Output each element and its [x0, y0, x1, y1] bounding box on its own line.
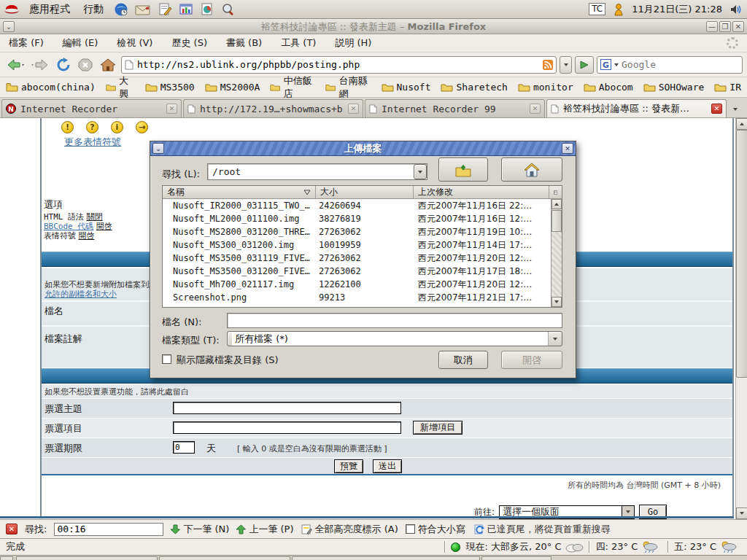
taskbar-button[interactable]: [159, 556, 290, 560]
forecastfox-status-icon[interactable]: [451, 542, 460, 552]
stop-button[interactable]: [76, 55, 95, 74]
allowed-extensions-link[interactable]: 允許的副檔名和大小: [44, 289, 117, 300]
column-modified[interactable]: 上次修改: [414, 186, 549, 198]
bookmark-item[interactable]: Sharetech: [441, 82, 507, 93]
file-row[interactable]: Nusoft_Mh700_021117.img12262100西元2007年11…: [163, 278, 551, 291]
menu-view[interactable]: 檢視 (V): [117, 36, 152, 50]
dialog-close-icon[interactable]: ✕: [562, 143, 573, 154]
close-button[interactable]: ✕: [732, 21, 744, 32]
submit-button[interactable]: 送出: [373, 459, 402, 473]
engine-dropdown-icon[interactable]: [614, 63, 619, 66]
scrollbar-thumb[interactable]: [736, 130, 747, 378]
match-case-checkbox[interactable]: [406, 524, 415, 534]
menu-tools[interactable]: 工具 (T): [281, 36, 316, 50]
poll-duration-input[interactable]: [173, 441, 195, 454]
office-impress-icon[interactable]: [179, 2, 193, 17]
list-scroll-down-icon[interactable]: [551, 297, 562, 307]
rss-icon[interactable]: [543, 60, 553, 70]
tab-close-icon[interactable]: ✕: [166, 104, 177, 114]
find-input[interactable]: [54, 523, 163, 536]
poll-topic-input[interactable]: [173, 402, 401, 414]
user-switch-icon[interactable]: [613, 3, 624, 16]
tab-internet-recorder-99[interactable]: Internet Recorder 99 ✕: [365, 99, 545, 117]
filename-input[interactable]: [227, 313, 562, 328]
forward-button[interactable]: [29, 55, 51, 74]
google-engine-icon[interactable]: G: [600, 59, 611, 70]
emoticon-question-icon[interactable]: ?: [86, 121, 98, 133]
file-row[interactable]: Nusoft_MS3500_031119_FIVE…27263062西元2007…: [163, 252, 551, 265]
file-row[interactable]: Nusoft_MS300_031200.img10019959西元2007年11…: [163, 238, 551, 252]
weather-friday[interactable]: 五: 23° C: [674, 540, 716, 553]
scroll-down-icon[interactable]: [736, 508, 747, 519]
bookmark-item[interactable]: 台南縣網: [325, 74, 371, 101]
bookmark-item[interactable]: Nusoft: [382, 82, 431, 93]
new-folder-button[interactable]: [438, 158, 488, 182]
reload-button[interactable]: [54, 55, 73, 74]
smiley-toggle-link[interactable]: 開啓: [79, 231, 95, 241]
open-button[interactable]: 開啓: [501, 351, 562, 369]
actions-menu[interactable]: 行動: [80, 1, 107, 18]
find-prev-button[interactable]: 上一筆 (P): [236, 523, 293, 536]
content-scrollbar[interactable]: [735, 118, 747, 519]
more-emoticons-link[interactable]: 更多表情符號: [64, 136, 121, 149]
volume-icon[interactable]: [729, 4, 743, 15]
bookmark-item[interactable]: MS2000A: [205, 82, 260, 93]
menu-file[interactable]: 檔案 (F): [9, 36, 44, 50]
search-launcher-icon[interactable]: [221, 2, 236, 17]
search-input[interactable]: [622, 59, 745, 70]
cancel-button[interactable]: 取消: [438, 351, 488, 369]
tab-close-icon[interactable]: ✕: [711, 104, 722, 114]
office-calc-icon[interactable]: [200, 2, 214, 17]
menu-bookmarks[interactable]: 書籤 (B): [226, 36, 262, 50]
tab-internet-recorder[interactable]: N Internet Recorder ✕: [1, 99, 182, 117]
restore-button[interactable]: ❐: [719, 21, 731, 32]
window-shade-button[interactable]: ⌄: [3, 21, 15, 32]
url-history-dropdown[interactable]: [560, 56, 572, 74]
bookmark-item[interactable]: Abocom: [584, 82, 633, 93]
dialog-menu-icon[interactable]: ⌄: [152, 143, 164, 154]
preview-button[interactable]: 預覽: [334, 459, 363, 473]
location-combo[interactable]: /root: [207, 163, 427, 180]
column-chooser-button[interactable]: [549, 186, 562, 198]
redhat-menu-icon[interactable]: [4, 3, 19, 16]
file-row[interactable]: Nusoft_ML2000_011100.img38276819西元2007年1…: [163, 212, 551, 225]
find-next-button[interactable]: 下一筆 (N): [171, 523, 229, 536]
taskbar-button[interactable]: [481, 556, 551, 560]
list-scroll-up-icon[interactable]: [551, 199, 562, 209]
file-row[interactable]: Screenshot.png99213西元2007年11月21日 17:…: [163, 291, 551, 304]
browser-launcher-icon[interactable]: [114, 2, 128, 17]
filetype-combo[interactable]: 所有檔案 (*): [227, 331, 562, 346]
search-bar[interactable]: G: [597, 56, 743, 74]
list-scrollbar-thumb[interactable]: [551, 210, 562, 232]
emoticon-idea-icon[interactable]: i: [111, 121, 123, 133]
tab-close-icon[interactable]: ✕: [348, 104, 359, 114]
file-row[interactable]: Nusoft_MS3500_031200_FIVE…27263062西元2007…: [163, 265, 551, 278]
taskbar-button[interactable]: [0, 556, 13, 560]
show-hidden-checkbox[interactable]: [162, 354, 171, 364]
bookmark-item[interactable]: 大興: [106, 74, 135, 101]
tab-close-icon[interactable]: ✕: [530, 104, 541, 114]
taskbar-button[interactable]: [292, 556, 480, 560]
tab-172-19[interactable]: http://172.19…+showmacs+br0 ✕: [183, 99, 363, 117]
go-button[interactable]: [575, 56, 594, 74]
bbcode-toggle-link[interactable]: 開啓: [96, 222, 112, 231]
taskbar-button[interactable]: [16, 556, 158, 560]
tab-forum-active[interactable]: 裕笠科技討論專區 :: 發表新… ✕: [546, 99, 727, 117]
emoticon-exclaim-icon[interactable]: !: [61, 121, 74, 133]
back-button[interactable]: [4, 55, 26, 74]
bookmark-item[interactable]: monitor: [518, 82, 573, 93]
findbar-close-icon[interactable]: ✕: [6, 524, 18, 534]
scroll-up-icon[interactable]: [736, 118, 747, 130]
file-row[interactable]: Nusoft_MS2800_031200_THRE…27263062西元2007…: [163, 225, 551, 238]
show-hidden-label[interactable]: 顯示隱藏檔案及目錄 (S): [177, 354, 279, 367]
bookmark-item[interactable]: SOHOware: [643, 82, 705, 93]
weather-thursday[interactable]: 四: 23° C: [595, 540, 638, 553]
bookmark-item[interactable]: IR: [714, 82, 741, 93]
bookmark-item[interactable]: 中信飯店: [270, 74, 315, 101]
weather-now[interactable]: 現在: 大部多云, 20° C: [465, 540, 561, 553]
bookmark-item[interactable]: abocom(china): [6, 82, 96, 93]
home-folder-button[interactable]: [501, 158, 562, 182]
emoticon-arrow-icon[interactable]: →: [136, 121, 148, 133]
menu-history[interactable]: 歷史 (S): [171, 36, 207, 50]
minimize-button[interactable]: —: [706, 21, 718, 32]
